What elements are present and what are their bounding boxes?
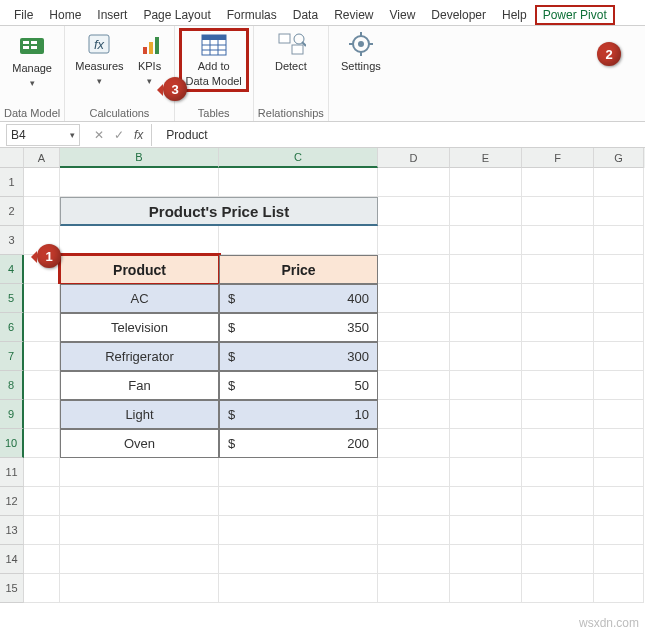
cell-c5[interactable]: $400 xyxy=(219,284,378,313)
col-header-c[interactable]: C xyxy=(219,148,378,168)
tab-page-layout[interactable]: Page Layout xyxy=(135,5,218,25)
chevron-down-icon: ▾ xyxy=(30,77,35,90)
col-header-g[interactable]: G xyxy=(594,148,644,168)
col-header-f[interactable]: F xyxy=(522,148,594,168)
table-icon xyxy=(199,32,229,58)
tab-data[interactable]: Data xyxy=(285,5,326,25)
row-header-4[interactable]: 4 xyxy=(0,255,24,284)
tab-help[interactable]: Help xyxy=(494,5,535,25)
tab-formulas[interactable]: Formulas xyxy=(219,5,285,25)
select-all-corner[interactable] xyxy=(0,148,24,168)
fx-icon[interactable]: fx xyxy=(134,128,143,142)
cell-b9[interactable]: Light xyxy=(60,400,219,429)
row-header-3[interactable]: 3 xyxy=(0,226,24,255)
add-to-label-1: Add to xyxy=(198,60,230,73)
cell-b4[interactable]: Product xyxy=(60,255,219,284)
col-header-a[interactable]: A xyxy=(24,148,60,168)
col-header-d[interactable]: D xyxy=(378,148,450,168)
svg-rect-4 xyxy=(31,46,37,49)
cell-c7[interactable]: $300 xyxy=(219,342,378,371)
column-headers: A B C D E F G xyxy=(0,148,645,168)
fx-icon: fx xyxy=(85,30,113,58)
name-box[interactable]: B4 ▾ xyxy=(6,124,80,146)
cell-c9[interactable]: $10 xyxy=(219,400,378,429)
enter-icon[interactable]: ✓ xyxy=(114,128,124,142)
chevron-down-icon: ▾ xyxy=(97,75,102,88)
row-header-7[interactable]: 7 xyxy=(0,342,24,371)
svg-rect-16 xyxy=(279,34,290,43)
tab-review[interactable]: Review xyxy=(326,5,381,25)
svg-rect-11 xyxy=(202,35,226,40)
chevron-down-icon: ▾ xyxy=(70,130,75,140)
cell-b10[interactable]: Oven xyxy=(60,429,219,458)
manage-label: Manage xyxy=(12,62,52,75)
row-header-14[interactable]: 14 xyxy=(0,545,24,574)
row-header-15[interactable]: 15 xyxy=(0,574,24,603)
tab-file[interactable]: File xyxy=(6,5,41,25)
tab-insert[interactable]: Insert xyxy=(89,5,135,25)
cell-b5[interactable]: AC xyxy=(60,284,219,313)
add-to-data-model-button[interactable]: Add to Data Model xyxy=(179,28,249,92)
cell-c8[interactable]: $50 xyxy=(219,371,378,400)
spreadsheet[interactable]: A B C D E F G 1 2 Product's Price List 3… xyxy=(0,148,645,603)
group-label-calc: Calculations xyxy=(89,107,149,121)
svg-rect-17 xyxy=(292,45,303,54)
cell-c4[interactable]: Price xyxy=(219,255,378,284)
grid-body[interactable]: 1 2 Product's Price List 3 4 Product Pri… xyxy=(0,168,645,603)
manage-button[interactable]: Manage ▾ xyxy=(4,28,60,92)
data-model-icon xyxy=(17,30,47,60)
ribbon: Manage ▾ Data Model fx Measures ▾ KPIs ▾ xyxy=(0,26,645,122)
settings-label: Settings xyxy=(341,60,381,73)
row-header-13[interactable]: 13 xyxy=(0,516,24,545)
ribbon-tabs: File Home Insert Page Layout Formulas Da… xyxy=(0,0,645,26)
group-calculations: fx Measures ▾ KPIs ▾ Calculations xyxy=(65,26,174,121)
tab-view[interactable]: View xyxy=(382,5,424,25)
cell-c6[interactable]: $350 xyxy=(219,313,378,342)
group-settings: Settings xyxy=(329,26,393,121)
row-header-10[interactable]: 10 xyxy=(0,429,24,458)
col-header-e[interactable]: E xyxy=(450,148,522,168)
row-header-11[interactable]: 11 xyxy=(0,458,24,487)
group-relationships: Detect Relationships xyxy=(254,26,329,121)
measures-button[interactable]: fx Measures ▾ xyxy=(69,28,129,90)
detect-label: Detect xyxy=(275,60,307,73)
svg-rect-9 xyxy=(155,37,159,54)
title-cell[interactable]: Product's Price List xyxy=(60,197,378,226)
kpis-button[interactable]: KPIs ▾ xyxy=(130,28,170,90)
callout-1: 1 xyxy=(37,244,61,268)
group-tables: Add to Data Model Tables xyxy=(175,26,254,121)
svg-rect-1 xyxy=(23,41,29,44)
tab-power-pivot[interactable]: Power Pivot xyxy=(535,5,615,25)
row-header-8[interactable]: 8 xyxy=(0,371,24,400)
watermark: wsxdn.com xyxy=(579,616,639,630)
callout-3: 3 xyxy=(163,77,187,101)
cell-reference: B4 xyxy=(11,128,26,142)
svg-rect-3 xyxy=(23,46,29,49)
group-data-model: Manage ▾ Data Model xyxy=(0,26,65,121)
cell-b7[interactable]: Refrigerator xyxy=(60,342,219,371)
cell-c10[interactable]: $200 xyxy=(219,429,378,458)
row-header-6[interactable]: 6 xyxy=(0,313,24,342)
group-label-tables: Tables xyxy=(198,107,230,121)
row-header-1[interactable]: 1 xyxy=(0,168,24,197)
row-header-9[interactable]: 9 xyxy=(0,400,24,429)
svg-rect-8 xyxy=(149,42,153,54)
col-header-b[interactable]: B xyxy=(60,148,219,168)
row-header-12[interactable]: 12 xyxy=(0,487,24,516)
row-header-2[interactable]: 2 xyxy=(0,197,24,226)
group-label-settings xyxy=(359,107,362,121)
cell-b8[interactable]: Fan xyxy=(60,371,219,400)
tab-developer[interactable]: Developer xyxy=(423,5,494,25)
svg-point-21 xyxy=(358,41,364,47)
cancel-icon[interactable]: ✕ xyxy=(94,128,104,142)
kpi-icon xyxy=(136,30,164,58)
row-header-5[interactable]: 5 xyxy=(0,284,24,313)
svg-rect-2 xyxy=(31,41,37,44)
detect-icon xyxy=(276,30,306,58)
tab-home[interactable]: Home xyxy=(41,5,89,25)
settings-button[interactable]: Settings xyxy=(333,28,389,75)
detect-button[interactable]: Detect xyxy=(263,28,319,75)
cell-b6[interactable]: Television xyxy=(60,313,219,342)
group-label-rel: Relationships xyxy=(258,107,324,121)
formula-input[interactable] xyxy=(151,124,645,146)
